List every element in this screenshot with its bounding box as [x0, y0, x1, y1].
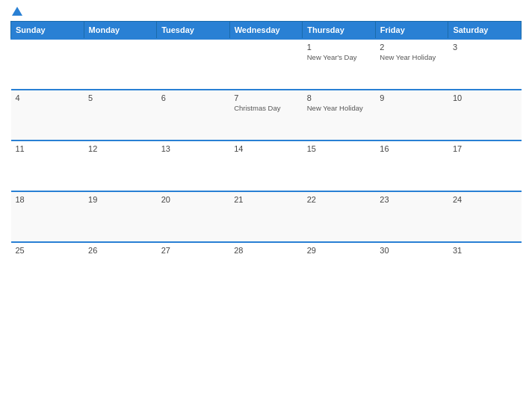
calendar-week-row: 18192021222324 [11, 191, 522, 242]
calendar-table: SundayMondayTuesdayWednesdayThursdayFrid… [10, 21, 522, 293]
day-number: 29 [307, 246, 371, 255]
weekday-header-tuesday: Tuesday [157, 22, 230, 40]
day-number: 27 [161, 246, 226, 255]
day-number: 8 [307, 93, 371, 102]
calendar-cell: 12 [84, 140, 157, 191]
calendar-cell: 15 [303, 140, 376, 191]
calendar-week-row: 1New Year's Day2New Year Holiday3 [11, 39, 522, 90]
calendar-cell [157, 39, 230, 90]
calendar-cell: 31 [448, 242, 522, 293]
day-number: 18 [16, 195, 80, 204]
day-number: 16 [380, 144, 444, 153]
calendar-cell: 3 [448, 39, 522, 90]
day-number: 11 [16, 144, 80, 153]
day-number: 22 [307, 195, 371, 204]
calendar-cell: 5 [84, 90, 157, 140]
day-number: 2 [380, 43, 444, 52]
logo [10, 7, 22, 16]
day-number: 4 [16, 93, 80, 102]
calendar-cell: 27 [157, 242, 230, 293]
event-label: New Year Holiday [380, 53, 444, 62]
calendar-cell: 16 [375, 140, 448, 191]
day-number: 20 [161, 195, 226, 204]
day-number: 15 [307, 144, 371, 153]
calendar-cell: 21 [229, 191, 303, 242]
day-number: 21 [234, 195, 298, 204]
day-number: 24 [453, 195, 517, 204]
weekday-header-saturday: Saturday [448, 22, 522, 40]
day-number: 30 [380, 246, 444, 255]
calendar-cell: 7Christmas Day [229, 90, 303, 140]
calendar-cell: 20 [157, 191, 230, 242]
day-number: 26 [88, 246, 152, 255]
day-number: 25 [16, 246, 80, 255]
calendar-cell [84, 39, 157, 90]
calendar-cell: 25 [11, 242, 84, 293]
calendar-cell: 30 [375, 242, 448, 293]
calendar-cell: 28 [229, 242, 303, 293]
logo-triangle-icon [12, 7, 22, 16]
calendar-cell: 1New Year's Day [303, 39, 376, 90]
day-number: 7 [234, 93, 298, 102]
calendar-page: SundayMondayTuesdayWednesdayThursdayFrid… [0, 0, 532, 411]
day-number: 5 [88, 93, 152, 102]
calendar-cell: 24 [448, 191, 522, 242]
day-number: 3 [453, 43, 517, 52]
calendar-cell [11, 39, 84, 90]
day-number: 9 [380, 93, 444, 102]
calendar-cell: 2New Year Holiday [375, 39, 448, 90]
calendar-cell: 10 [448, 90, 522, 140]
calendar-cell: 6 [157, 90, 230, 140]
calendar-cell: 11 [11, 140, 84, 191]
calendar-cell: 8New Year Holiday [303, 90, 376, 140]
day-number: 14 [234, 144, 298, 153]
calendar-cell: 14 [229, 140, 303, 191]
calendar-cell: 4 [11, 90, 84, 140]
weekday-header-thursday: Thursday [303, 22, 376, 40]
weekday-header-sunday: Sunday [11, 22, 84, 40]
event-label: Christmas Day [234, 104, 298, 113]
header [10, 7, 522, 16]
day-number: 28 [234, 246, 298, 255]
event-label: New Year's Day [307, 53, 371, 62]
day-number: 6 [161, 93, 226, 102]
calendar-cell: 18 [11, 191, 84, 242]
calendar-week-row: 11121314151617 [11, 140, 522, 191]
calendar-week-row: 25262728293031 [11, 242, 522, 293]
day-number: 19 [88, 195, 152, 204]
calendar-cell: 17 [448, 140, 522, 191]
day-number: 13 [161, 144, 226, 153]
calendar-cell: 26 [84, 242, 157, 293]
day-number: 1 [307, 43, 371, 52]
weekday-header-monday: Monday [84, 22, 157, 40]
event-label: New Year Holiday [307, 104, 371, 113]
day-number: 12 [88, 144, 152, 153]
calendar-cell [229, 39, 303, 90]
weekday-header-wednesday: Wednesday [229, 22, 303, 40]
day-number: 17 [453, 144, 517, 153]
weekday-header-friday: Friday [375, 22, 448, 40]
calendar-cell: 13 [157, 140, 230, 191]
day-number: 23 [380, 195, 444, 204]
calendar-cell: 22 [303, 191, 376, 242]
calendar-cell: 23 [375, 191, 448, 242]
calendar-cell: 29 [303, 242, 376, 293]
weekday-header-row: SundayMondayTuesdayWednesdayThursdayFrid… [11, 22, 522, 40]
calendar-cell: 19 [84, 191, 157, 242]
day-number: 31 [453, 246, 517, 255]
calendar-week-row: 4567Christmas Day8New Year Holiday910 [11, 90, 522, 140]
day-number: 10 [453, 93, 517, 102]
calendar-cell: 9 [375, 90, 448, 140]
